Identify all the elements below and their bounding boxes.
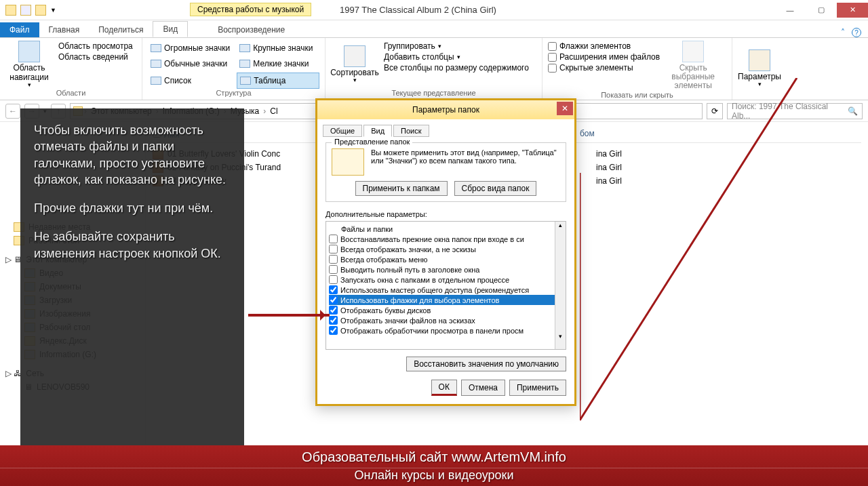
file-album: ina Girl	[596, 149, 622, 159]
cancel-button[interactable]: Отмена	[461, 380, 505, 396]
nav-pane-icon	[18, 41, 40, 62]
dialog-tabs: Общие Вид Поиск	[317, 119, 574, 137]
annotation-overlay: Чтобы включить возможность отмечать файл…	[20, 108, 244, 447]
dialog-tab-general[interactable]: Общие	[323, 125, 362, 137]
banner-line1: Образовательный сайт www.ArtemVM.info	[0, 449, 868, 468]
dialog-title: Параметры папок	[412, 105, 479, 115]
size-columns-button[interactable]: Все столбцы по размеру содержимого	[381, 62, 529, 73]
adv-item[interactable]: Всегда отображать меню	[329, 254, 563, 264]
close-button[interactable]: ✕	[837, 3, 868, 18]
layout-large[interactable]: Крупные значки	[237, 41, 319, 56]
apply-button[interactable]: Применить	[509, 380, 566, 396]
dialog-titlebar[interactable]: Параметры папок ✕	[317, 100, 574, 119]
sort-button[interactable]: Сортировать ▾	[331, 41, 378, 89]
window-title: 1997 The Classical Album 2 (China Girl)	[62, 5, 774, 15]
hide-selected-button: Скрыть выбранные элементы	[663, 41, 724, 91]
adv-item[interactable]: Выводить полный путь в заголовке окна	[329, 264, 563, 275]
qat-dropdown-icon[interactable]: ▼	[50, 7, 56, 14]
folder-views-icon	[332, 148, 364, 176]
tab-home[interactable]: Главная	[39, 22, 90, 37]
dialog-tab-view[interactable]: Вид	[363, 125, 392, 137]
dialog-close-button[interactable]: ✕	[557, 102, 573, 115]
details-pane-label: Область сведений	[58, 52, 128, 62]
folder-views-group: Представление папок Вы можете применить …	[326, 142, 566, 202]
file-ext-checkbox[interactable]	[548, 53, 557, 62]
adv-item[interactable]: Восстанавливать прежние окна папок при в…	[329, 234, 563, 244]
add-columns-button[interactable]: Добавить столбцы ▾	[381, 52, 529, 62]
preview-pane-toggle[interactable]: Область просмотра	[56, 41, 133, 52]
annotation-p1: Чтобы включить возможность отмечать файл…	[34, 122, 231, 188]
hidden-items-checkbox[interactable]	[548, 64, 557, 73]
minimize-button[interactable]: —	[774, 3, 806, 18]
adv-item[interactable]: Отображать значки файлов на эскизах	[329, 315, 563, 325]
adv-item[interactable]: Всегда отображать значки, а не эскизы	[329, 244, 563, 254]
file-album: ina Girl	[596, 176, 622, 186]
item-checkboxes-checkbox[interactable]	[548, 42, 557, 51]
annotation-arrow	[248, 314, 330, 317]
ok-button[interactable]: ОК	[431, 380, 457, 396]
apply-to-folders-button[interactable]: Применить к папкам	[355, 181, 448, 196]
options-button[interactable]: Параметры ▾	[738, 41, 781, 97]
dialog-tab-search[interactable]: Поиск	[393, 125, 429, 137]
contextual-tab-label: Средства работы с музыкой	[190, 3, 311, 16]
layout-huge[interactable]: Огромные значки	[148, 41, 233, 56]
help-icon[interactable]: ?	[852, 28, 861, 37]
layout-details[interactable]: Таблица	[237, 73, 319, 89]
search-input[interactable]: Поиск: 1997 The Classical Alb... 🔍	[727, 103, 863, 119]
advanced-settings-list[interactable]: Файлы и папки Восстанавливать прежние ок…	[326, 221, 566, 350]
nav-back-button[interactable]: ←	[5, 104, 20, 119]
app-icon	[5, 5, 16, 16]
item-checkboxes-toggle[interactable]: Флажки элементов	[548, 41, 660, 52]
hidden-items-toggle[interactable]: Скрытые элементы	[548, 62, 660, 73]
size-columns-label: Все столбцы по размеру содержимого	[384, 63, 529, 73]
group-by-button[interactable]: Группировать ▾	[381, 41, 529, 52]
tab-play[interactable]: Воспроизведение	[208, 22, 294, 37]
details-pane-toggle[interactable]: Область сведений	[56, 52, 133, 62]
options-icon	[749, 49, 770, 71]
layout-small[interactable]: Мелкие значки	[237, 56, 319, 71]
group-by-label: Группировать	[384, 41, 435, 51]
folder-views-text: Вы можете применить этот вид (например, …	[371, 148, 560, 176]
adv-item[interactable]: Отображать буквы дисков	[329, 305, 563, 315]
layout-list[interactable]: Список	[148, 73, 233, 89]
tab-view[interactable]: Вид	[153, 21, 188, 37]
file-album: ina Girl	[596, 163, 622, 172]
adv-scrollbar[interactable]: ▴▾	[555, 222, 566, 349]
current-view-group-label: Текущее представление	[331, 89, 536, 97]
panes-group-label: Области	[5, 89, 136, 97]
ribbon-tabs: Файл Главная Поделиться Вид Воспроизведе…	[0, 20, 868, 38]
layout-group-label: Структура	[148, 89, 319, 97]
col-album[interactable]: бом	[580, 129, 648, 140]
file-ext-toggle[interactable]: Расширения имен файлов	[548, 52, 660, 62]
folder-options-dialog: Параметры папок ✕ Общие Вид Поиск Предст…	[315, 98, 576, 406]
tab-share[interactable]: Поделиться	[89, 22, 153, 37]
reset-folders-button[interactable]: Сброс вида папок	[454, 181, 537, 196]
show-hide-group-label: Показать или скрыть	[548, 91, 726, 99]
nav-pane-label: Область навигации	[5, 64, 53, 81]
adv-root: Файлы и папки	[329, 224, 563, 234]
tab-file[interactable]: Файл	[0, 22, 39, 37]
help-area: ˄ ?	[841, 28, 861, 37]
restore-defaults-button[interactable]: Восстановить значения по умолчанию	[406, 357, 566, 371]
adv-item-use-checkboxes[interactable]: Использовать флажки для выбора элементов	[329, 295, 563, 305]
search-placeholder: Поиск: 1997 The Classical Alb...	[732, 102, 848, 121]
refresh-button[interactable]: ⟳	[707, 103, 723, 119]
crumb-folder[interactable]: Cl	[267, 105, 280, 117]
ribbon-collapse-icon[interactable]: ˄	[841, 28, 845, 37]
adv-item[interactable]: Запускать окна с папками в отдельном про…	[329, 275, 563, 285]
preview-pane-label: Область просмотра	[58, 41, 133, 51]
window-controls: — ▢ ✕	[774, 3, 868, 18]
annotation-p2: Прочие флажки тут ни при чём.	[34, 200, 231, 216]
folder-views-group-label: Представление папок	[332, 138, 412, 146]
maximize-button[interactable]: ▢	[806, 3, 837, 18]
hide-selected-icon	[682, 41, 704, 62]
layout-medium[interactable]: Обычные значки	[148, 56, 233, 71]
hide-selected-label: Скрыть выбранные элементы	[663, 64, 724, 91]
adv-item[interactable]: Использовать мастер общего доступа (реко…	[329, 285, 563, 295]
qat-props-icon[interactable]	[20, 5, 31, 16]
ribbon: Область навигации ▾ Область просмотра Об…	[0, 38, 868, 100]
qat-newfolder-icon[interactable]	[35, 5, 46, 16]
annotation-p3: Не забывайте сохранить изменения настрое…	[34, 228, 231, 262]
adv-item[interactable]: Отображать обработчики просмотра в панел…	[329, 325, 563, 336]
nav-pane-button[interactable]: Область навигации ▾	[5, 41, 53, 89]
